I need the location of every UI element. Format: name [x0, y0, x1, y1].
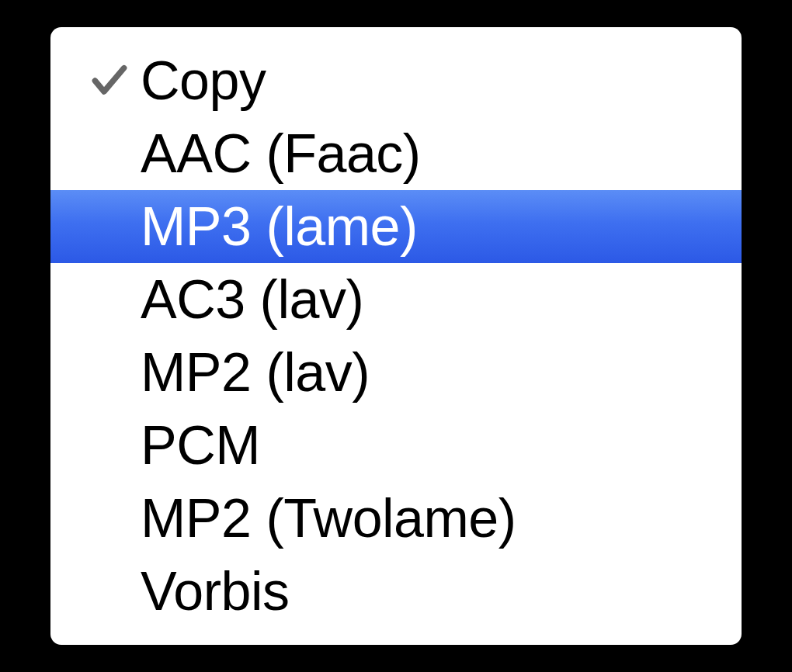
menu-item-mp3-lame[interactable]: MP3 (lame): [50, 190, 742, 263]
menu-item-label: Vorbis: [141, 564, 718, 618]
menu-item-label: MP2 (Twolame): [141, 491, 718, 546]
menu-item-vorbis[interactable]: Vorbis: [50, 555, 742, 628]
menu-item-label: MP2 (lav): [141, 345, 718, 400]
checkmark-icon: [88, 59, 131, 102]
menu-item-label: Copy: [141, 54, 718, 108]
menu-item-label: AAC (Faac): [141, 126, 718, 181]
audio-codec-dropdown[interactable]: Copy AAC (Faac) MP3 (lame) AC3 (lav) MP2…: [50, 27, 742, 645]
menu-item-label: PCM: [141, 418, 718, 473]
menu-item-pcm[interactable]: PCM: [50, 409, 742, 482]
menu-item-copy[interactable]: Copy: [50, 44, 742, 117]
menu-item-mp2-lav[interactable]: MP2 (lav): [50, 336, 742, 409]
menu-item-label: AC3 (lav): [141, 272, 718, 327]
menu-item-mp2-twolame[interactable]: MP2 (Twolame): [50, 482, 742, 555]
menu-item-label: MP3 (lame): [141, 199, 718, 254]
menu-item-aac-faac[interactable]: AAC (Faac): [50, 117, 742, 190]
menu-item-ac3-lav[interactable]: AC3 (lav): [50, 263, 742, 336]
